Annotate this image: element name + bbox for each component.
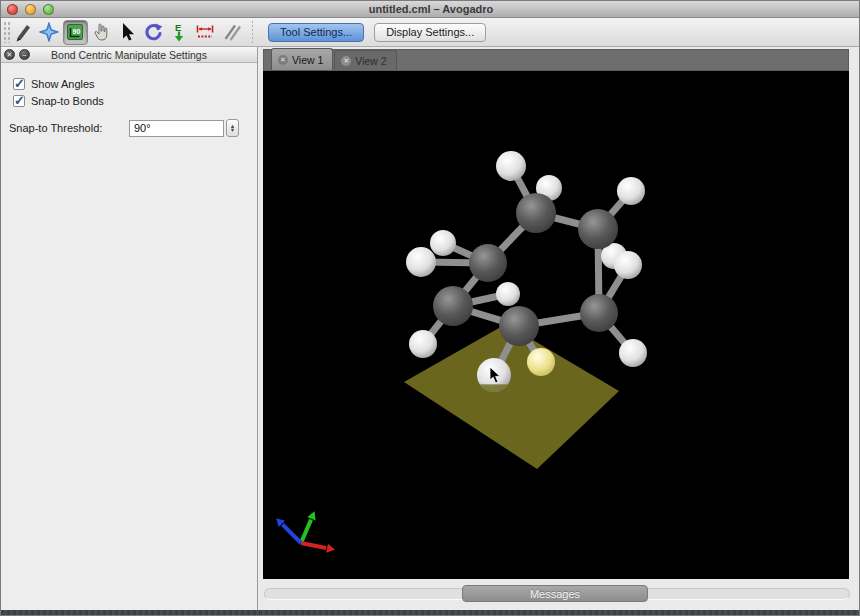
atom-H[interactable] [619, 339, 647, 367]
atom-H[interactable] [409, 330, 437, 358]
snap-threshold-input[interactable] [129, 120, 224, 137]
tab-view-1[interactable]: ✕ View 1 [271, 48, 333, 70]
selection-tool[interactable] [115, 20, 140, 45]
axis-x-arrow-head [326, 544, 335, 553]
window-resize-edge[interactable] [1, 610, 860, 616]
measure-ruler-icon [194, 21, 216, 43]
manipulate-tool[interactable] [89, 20, 114, 45]
pencil-icon [12, 21, 34, 43]
atom-C[interactable] [516, 193, 556, 233]
atom-H[interactable] [614, 251, 642, 279]
navigate-tool[interactable] [37, 20, 62, 45]
tool-settings-button[interactable]: Tool Settings... [268, 23, 364, 42]
snap-threshold-label: Snap-to Threshold: [9, 122, 129, 134]
bond-centric-angle-icon: 90 [64, 21, 86, 43]
close-window-button[interactable] [7, 4, 18, 15]
molecule-svg [263, 71, 849, 579]
messages-button[interactable]: Messages [462, 585, 648, 602]
show-angles-checkbox[interactable] [13, 78, 25, 90]
optimize-energy-icon: E [168, 21, 190, 43]
toolbar-separator [252, 21, 253, 43]
zoom-window-button[interactable] [43, 4, 54, 15]
tool-settings-panel: ✕ – Bond Centric Manipulate Settings Sho… [1, 47, 258, 610]
auto-optimize-tool[interactable]: E [167, 20, 192, 45]
atom-H[interactable] [617, 177, 645, 205]
atom-H[interactable] [406, 247, 436, 277]
panel-close-icon[interactable]: ✕ [4, 49, 15, 60]
panel-undock-icon[interactable]: – [19, 49, 30, 60]
svg-text:E: E [175, 22, 181, 33]
atom-C[interactable] [578, 209, 618, 249]
snap-to-bonds-label: Snap-to Bonds [31, 95, 104, 107]
tab-view-2[interactable]: ✕ View 2 [334, 50, 396, 70]
axis-y-arrow-head [307, 511, 315, 520]
window-title: untitled.cml – Avogadro [369, 3, 493, 15]
atom-H[interactable] [496, 151, 526, 181]
hand-icon [90, 21, 112, 43]
axis-x-arrow [301, 543, 326, 548]
toolbar: 90 E [1, 18, 860, 47]
atom-H[interactable] [430, 230, 456, 256]
svg-text:90: 90 [73, 28, 81, 35]
tab-label: View 2 [355, 55, 386, 67]
title-bar: untitled.cml – Avogadro [1, 1, 860, 18]
panel-header: ✕ – Bond Centric Manipulate Settings [1, 47, 257, 63]
toolbar-grip[interactable] [3, 21, 10, 43]
atom-C[interactable] [499, 306, 539, 346]
tab-close-icon[interactable]: ✕ [341, 56, 351, 66]
measure-tool[interactable] [193, 20, 218, 45]
atom-H[interactable] [527, 348, 555, 376]
bond-centric-manipulate-tool[interactable]: 90 [63, 20, 88, 45]
snap-threshold-stepper[interactable]: ▲ ▼ [226, 119, 239, 137]
tab-label: View 1 [292, 54, 323, 66]
stepper-down-icon[interactable]: ▼ [230, 128, 235, 133]
view-tab-bar: ✕ View 1 ✕ View 2 [263, 49, 849, 71]
snap-to-bonds-row: Snap-to Bonds [13, 95, 257, 107]
snap-to-bonds-checkbox[interactable] [13, 95, 25, 107]
atom-C[interactable] [433, 286, 473, 326]
axis-z-arrow [283, 525, 301, 543]
arrow-cursor-icon [116, 21, 138, 43]
auto-rotate-tool[interactable] [141, 20, 166, 45]
display-settings-button[interactable]: Display Settings... [374, 23, 486, 42]
show-angles-row: Show Angles [13, 78, 257, 90]
tab-close-icon[interactable]: ✕ [278, 55, 288, 65]
view-pane: ✕ View 1 ✕ View 2 [259, 47, 860, 610]
draw-tool[interactable] [11, 20, 36, 45]
atom-C[interactable] [580, 294, 618, 332]
rotate-arrow-icon [142, 21, 164, 43]
minimize-window-button[interactable] [25, 4, 36, 15]
gl-viewport[interactable] [263, 71, 849, 579]
atom-H[interactable] [496, 282, 520, 306]
axis-y-arrow [301, 520, 311, 543]
show-angles-label: Show Angles [31, 78, 95, 90]
align-lines-icon [220, 21, 242, 43]
align-tool[interactable] [219, 20, 244, 45]
navigate-star-icon [38, 21, 60, 43]
panel-title: Bond Centric Manipulate Settings [1, 49, 257, 61]
atom-C[interactable] [469, 244, 507, 282]
